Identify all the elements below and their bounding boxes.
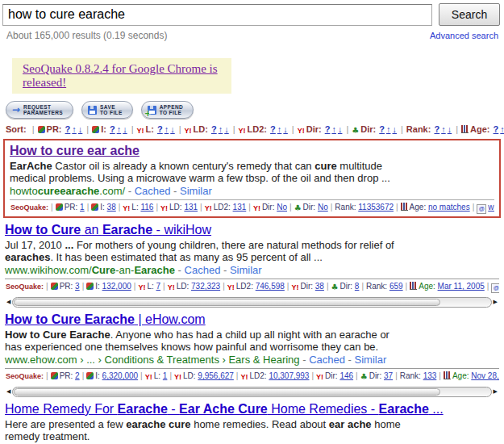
- sort-help-link[interactable]: ?: [379, 124, 385, 134]
- scroll-thumb[interactable]: [14, 299, 440, 306]
- scroll-right-arrow[interactable]: ▶: [492, 297, 499, 307]
- sort-asc-link[interactable]: ↑: [277, 124, 282, 134]
- scroll-left-arrow[interactable]: ◀: [5, 297, 12, 307]
- sort-help-link[interactable]: ?: [270, 124, 276, 134]
- similar-link[interactable]: Similar: [355, 354, 387, 366]
- sort-desc-link[interactable]: ↓: [338, 124, 343, 134]
- sort-desc-link[interactable]: ↓: [448, 124, 452, 134]
- seoquake-label: SeoQuake:: [10, 203, 48, 212]
- sq-metric-value[interactable]: 37: [384, 371, 393, 380]
- result-snippet: Here are presented a few earache cure ho…: [5, 418, 402, 442]
- sq-metric-label: PR:: [65, 203, 80, 212]
- sort-help-link[interactable]: ?: [434, 124, 439, 134]
- sq-metric-value[interactable]: 131: [184, 203, 198, 212]
- cached-link[interactable]: Cached: [135, 185, 171, 197]
- banner-release-link[interactable]: SeoQuake 0.8.2.4 for Google Chrome is re…: [23, 62, 231, 90]
- sq-metric-value[interactable]: 659: [389, 282, 403, 291]
- sq-metric-value[interactable]: 732,323: [191, 282, 220, 291]
- scroll-right-arrow[interactable]: ▶: [492, 387, 499, 396]
- sort-help-link[interactable]: ?: [110, 124, 115, 134]
- sq-metric-value[interactable]: 6,320,000: [102, 371, 139, 380]
- results-stats: About 165,000 results (0.19 seconds): [6, 30, 167, 41]
- search-button[interactable]: Search: [439, 3, 500, 26]
- sort-asc-link[interactable]: ↑: [72, 124, 77, 134]
- sq-metric-value[interactable]: 10,307,993: [269, 371, 309, 380]
- sq-metric-label: Dir:: [303, 203, 318, 212]
- scroll-thumb[interactable]: [14, 388, 440, 396]
- scroll-track[interactable]: [12, 387, 491, 397]
- sq-metric-value[interactable]: 2: [75, 371, 80, 380]
- sort-asc-link[interactable]: ↑: [219, 124, 223, 134]
- cached-link[interactable]: Cached: [309, 354, 345, 366]
- result-title-link[interactable]: Home Remedy For Earache - Ear Ache Cure …: [5, 402, 444, 417]
- sort-metric-label: LD:: [194, 124, 210, 134]
- dmoz-directory-icon: [331, 283, 339, 291]
- sq-metric-value[interactable]: 132,000: [102, 282, 131, 291]
- sq-metric-label: Age:: [410, 203, 428, 212]
- sq-metric-value[interactable]: no matches: [428, 203, 470, 212]
- sort-asc-link[interactable]: ↑: [165, 124, 169, 134]
- sq-metric-value[interactable]: No: [318, 203, 328, 212]
- sort-desc-link[interactable]: ↓: [224, 124, 229, 134]
- sq-metric-value[interactable]: Mar 11, 2005: [438, 282, 485, 291]
- yahoo-icon: [168, 284, 175, 291]
- sort-desc-link[interactable]: ↓: [78, 124, 83, 134]
- sort-label: Sort:: [6, 124, 27, 134]
- sort-desc-link[interactable]: ↓: [392, 124, 397, 134]
- sq-metric-value[interactable]: whois: [488, 203, 494, 212]
- sort-desc-link[interactable]: ↓: [283, 124, 288, 134]
- sq-metric-value[interactable]: 9,956,627: [198, 371, 234, 380]
- scroll-left-arrow[interactable]: ◀: [5, 387, 12, 396]
- search-input[interactable]: [2, 4, 432, 26]
- sort-help-link[interactable]: ?: [65, 124, 71, 134]
- result-title-link[interactable]: How to Cure an Earache - wikiHow: [5, 223, 211, 237]
- advanced-search-link[interactable]: Advanced search: [430, 31, 498, 40]
- h-scrollbar[interactable]: ◀▶: [5, 386, 499, 397]
- dmoz-directory-icon: [360, 373, 368, 381]
- seoquake-banner: SeoQuake 0.8.2.4 for Google Chrome is re…: [12, 58, 231, 94]
- yahoo-icon: [185, 128, 192, 135]
- age-chart-icon: [401, 203, 408, 211]
- result-title-link[interactable]: How to Cure Earache | eHow.com: [5, 312, 206, 327]
- scroll-track[interactable]: [12, 297, 491, 308]
- save-file-icon: [88, 106, 97, 115]
- sq-metric-value[interactable]: 11353672: [358, 203, 394, 212]
- sort-asc-link[interactable]: ↑: [331, 124, 336, 134]
- sq-metric-value[interactable]: 116: [140, 203, 153, 212]
- result-title-link[interactable]: How to cure ear ache: [10, 144, 140, 158]
- sq-metric-value[interactable]: 38: [107, 203, 116, 212]
- result-url-line: www.wikihow.com/Cure-an-Earache - Cached…: [5, 264, 499, 276]
- sq-metric-value[interactable]: 746,598: [256, 282, 285, 291]
- sq-metric-value[interactable]: 133: [423, 371, 437, 380]
- sort-help-link[interactable]: ?: [157, 124, 163, 134]
- sort-desc-link[interactable]: ↓: [170, 124, 175, 134]
- h-scrollbar[interactable]: ◀▶: [5, 296, 499, 308]
- plus-icon: +: [144, 109, 152, 118]
- sort-help-link[interactable]: ?: [211, 124, 217, 134]
- sq-metric-value[interactable]: 3: [75, 282, 80, 291]
- similar-link[interactable]: Similar: [180, 185, 212, 197]
- yahoo-icon: [137, 128, 144, 135]
- sort-asc-link[interactable]: ↑: [386, 124, 391, 134]
- sq-metric-label: Dir:: [262, 203, 277, 212]
- save-to-file-button[interactable]: Save to file: [81, 101, 133, 119]
- request-parameters-button[interactable]: Request Parameters: [6, 101, 73, 119]
- sq-metric-value[interactable]: 1: [80, 203, 85, 212]
- cached-link[interactable]: Cached: [185, 264, 221, 276]
- sq-metric-value[interactable]: 38: [315, 282, 324, 291]
- results-meta-row: About 165,000 results (0.19 seconds) Adv…: [0, 26, 504, 41]
- sort-metric-label: I:: [101, 124, 109, 134]
- similar-link[interactable]: Similar: [230, 264, 262, 276]
- sq-metric-value[interactable]: 131: [233, 203, 247, 212]
- sort-asc-link[interactable]: ↑: [500, 124, 504, 134]
- sort-help-link[interactable]: ?: [494, 124, 499, 134]
- sort-asc-link[interactable]: ↑: [441, 124, 446, 134]
- sort-asc-link[interactable]: ↑: [117, 124, 122, 134]
- sq-metric-value[interactable]: No: [277, 203, 287, 212]
- append-to-file-button[interactable]: + Append to file: [141, 101, 194, 119]
- sq-metric-value[interactable]: Nov 28, 1999: [471, 371, 499, 380]
- sort-desc-link[interactable]: ↓: [123, 124, 127, 134]
- seoquake-bar-wrap: SeoQuake:|PR: 1|I: 38|L: 116|LD: 131|LD2…: [10, 199, 494, 216]
- sq-metric-value[interactable]: 146: [339, 371, 353, 380]
- sort-help-link[interactable]: ?: [325, 124, 331, 134]
